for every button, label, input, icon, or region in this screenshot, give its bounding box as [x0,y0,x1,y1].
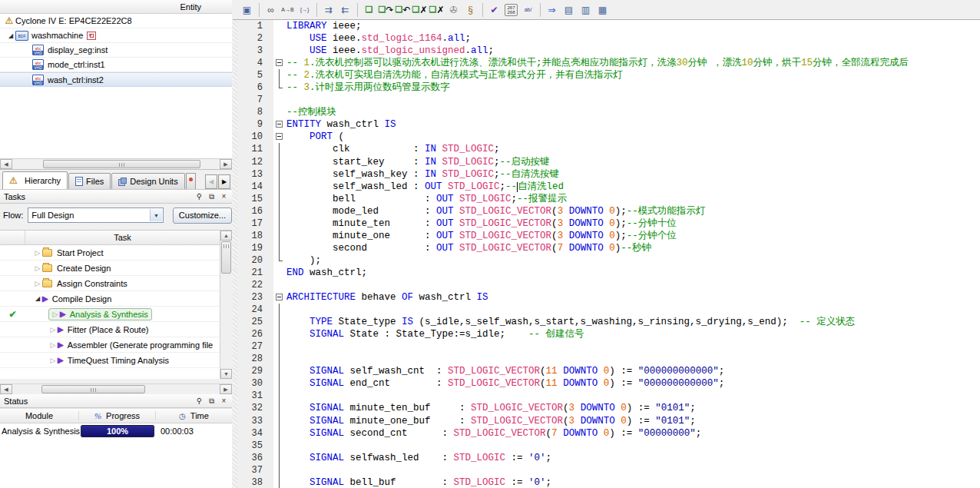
task-row[interactable]: ▷▶Fitter (Place & Route) [0,322,232,337]
pin-icon[interactable]: ⚲ [194,191,204,201]
tasks-hscrollbar[interactable]: ◀ ▶ [0,383,232,394]
hdl-template-icon[interactable]: § [462,2,478,18]
fold-collapse-icon[interactable] [276,133,283,140]
fold-column[interactable] [273,57,286,69]
fold-column[interactable] [273,106,286,118]
code-line[interactable]: 32 SIGNAL minute_ten_buf : STD_LOGIC_VEC… [233,402,980,414]
replace-icon[interactable]: A→B [280,2,296,18]
expander-collapsed-icon[interactable]: ▷ [33,264,42,272]
task-table-header[interactable]: Task [0,231,232,245]
code-line[interactable]: 15 bell : OUT STD_LOGIC;--报警提示 [233,193,980,205]
delete-bookmark-icon[interactable]: ❏✗ [412,2,428,18]
task-vscroll-thumb[interactable] [221,241,231,274]
fold-column[interactable] [273,440,286,452]
navigator-hscroll-thumb[interactable] [43,160,200,168]
code-line[interactable]: 5-- 2.洗衣机可实现自清洗功能，自清洗模式与正常模式分开，并有自洗指示灯 [233,69,980,81]
code-line[interactable]: 18 minute_one : OUT STD_LOGIC_VECTOR(3 D… [233,230,980,242]
attach-icon[interactable]: ✇ [445,2,462,18]
tree-item[interactable]: ⚠Cyclone IV E: EP4CE22E22C8 [0,14,232,28]
fold-column[interactable] [273,118,286,131]
task-vscrollbar[interactable]: ▲ ▼ [220,231,232,379]
code-line[interactable]: 22 [233,279,980,291]
pane-view-1-icon[interactable]: ▤ [561,2,577,18]
expander-collapsed-icon[interactable]: ▷ [33,249,42,257]
syntax-coloring-icon[interactable]: ab/ [520,2,536,18]
fold-column[interactable] [273,353,286,365]
code-line[interactable]: 30 SIGNAL end_cnt : STD_LOGIC_VECTOR(11 … [233,377,980,390]
expander-collapsed-icon[interactable]: ▷ [48,357,58,364]
code-line[interactable]: 38 SIGNAL bell_buf : STD_LOGIC := '0'; [233,476,980,488]
code-line[interactable]: 12 start_key : IN STD_LOGIC;--启动按键 [233,156,980,168]
expander-collapsed-icon[interactable]: ▷ [51,310,60,318]
fold-column[interactable] [273,415,286,427]
fold-column[interactable] [273,205,286,217]
fold-column[interactable] [273,377,286,390]
code-line[interactable]: 10 PORT ( [233,131,980,143]
tab-scroll-left-icon[interactable]: ◀ [205,174,217,189]
fold-column[interactable] [273,464,286,476]
fold-column[interactable] [273,131,286,143]
code-line[interactable]: 19 second : OUT STD_LOGIC_VECTOR(7 DOWNT… [233,242,980,254]
close-icon[interactable]: × [219,396,229,406]
customize-button[interactable]: Customize... [173,207,232,224]
code-line[interactable]: 21END wash_ctrl; [233,267,980,279]
code-line[interactable]: 33 SIGNAL minute_one_buf : STD_LOGIC_VEC… [233,415,980,427]
float-icon[interactable]: ⧉ [207,396,217,406]
tab-scroll-right-icon[interactable]: ▶ [218,174,230,189]
task-row[interactable]: ◢▶Compile Design [0,291,232,307]
code-line[interactable]: 20 ); [233,254,980,267]
fold-column[interactable] [273,304,286,316]
previous-bookmark-icon[interactable]: ❏↶ [395,2,411,18]
line-numbers-icon[interactable]: 267268 [503,2,519,18]
tasks-hscroll-thumb[interactable] [41,385,145,393]
fold-collapse-icon[interactable] [276,121,283,128]
code-line[interactable]: 37 [233,464,980,476]
fold-column[interactable] [273,267,286,279]
code-line[interactable]: 13 self_wash_key : IN STD_LOGIC;--自清洗按键 [233,168,980,181]
scroll-left-icon[interactable]: ◀ [0,384,12,394]
task-row[interactable]: ▷▶TimeQuest Timing Analysis [0,353,232,368]
code-line[interactable]: 28 [233,353,980,365]
task-row[interactable]: ▷▶Assembler (Generate programming file [0,337,232,353]
fold-column[interactable] [273,193,286,205]
tree-item[interactable]: abcVHDdisplay_seg:inst [0,43,232,58]
tab-partial[interactable] [186,173,196,189]
scroll-right-icon[interactable]: ▶ [220,159,232,169]
pin-icon[interactable]: ⚲ [194,396,204,406]
code-line[interactable]: 9ENTITY wash_ctrl IS [233,118,980,131]
code-area[interactable]: 1LIBRARY ieee;2 USE ieee.std_logic_1164.… [233,20,980,488]
tree-item[interactable]: abcVHDwash_ctrl:inst2 [0,72,232,87]
code-line[interactable]: 17 minute_ten : OUT STD_LOGIC_VECTOR(3 D… [233,217,980,230]
fold-column[interactable] [273,291,286,304]
task-row[interactable]: ▷Create Design [0,261,232,276]
tab-files[interactable]: Files [68,173,111,189]
insert-template-icon[interactable]: {→} [296,2,313,18]
goto-icon[interactable]: ⇒ [544,2,560,18]
flow-select[interactable]: Full Design ▼ [28,207,164,223]
expander-expanded-icon[interactable]: ◢ [6,32,15,39]
fold-column[interactable] [273,217,286,230]
scroll-up-icon[interactable]: ▲ [220,231,232,241]
fold-column[interactable] [273,45,286,57]
task-row[interactable]: ▷Assign Constraints [0,276,232,291]
indent-icon[interactable]: ⇉ [320,2,336,18]
fold-column[interactable] [273,181,286,193]
entity-column-header[interactable]: Entity [0,0,232,14]
float-icon[interactable]: ⧉ [207,191,217,201]
delete-all-bookmarks-icon[interactable]: ❏✗ [429,2,445,18]
scroll-left-icon[interactable]: ◀ [0,159,12,169]
code-line[interactable]: 2 USE ieee.std_logic_1164.all; [233,32,980,45]
fold-column[interactable] [273,452,286,464]
fold-column[interactable] [273,143,286,155]
fold-column[interactable] [273,279,286,291]
new-file-from-template-icon[interactable]: ▣ [239,2,255,18]
code-line[interactable]: 3 USE ieee.std_logic_unsigned.all; [233,45,980,57]
code-line[interactable]: 36 SIGNAL selfwash_led : STD_LOGIC := '0… [233,452,980,464]
code-line[interactable]: 31 [233,390,980,402]
fold-column[interactable] [273,81,286,94]
code-line[interactable]: 29 SIGNAL self_wash_cnt : STD_LOGIC_VECT… [233,365,980,377]
fold-column[interactable] [273,20,286,32]
expander-collapsed-icon[interactable]: ▷ [48,341,58,349]
fold-column[interactable] [273,390,286,402]
toggle-bookmark-icon[interactable]: ❏ [361,2,377,18]
